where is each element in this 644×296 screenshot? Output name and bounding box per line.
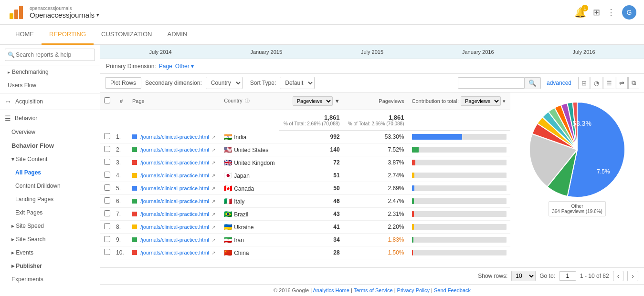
th-num: # — [114, 92, 128, 110]
primary-dim-label: Primary Dimension: — [106, 63, 156, 70]
view-icons: ⊞ ◔ ☰ ⇌ ⧉ — [578, 77, 639, 89]
sidebar-item-behavior[interactable]: ☰ Behavior — [0, 111, 100, 125]
page-link-6[interactable]: /journals/clinical-practice.html — [140, 211, 209, 217]
sort-type-select[interactable]: Default — [280, 77, 315, 89]
avatar[interactable]: G — [622, 5, 636, 20]
table-row: 9. /journals/clinical-practice.html ↗ 🇮🇷… — [100, 233, 510, 246]
sidebar-item-overview[interactable]: Overview — [0, 125, 100, 139]
row-checkbox-8[interactable] — [104, 236, 110, 242]
sidebar-item-behavior-flow[interactable]: Behavior Flow — [0, 139, 100, 153]
timeline-label-4: January 2016 — [462, 49, 494, 55]
pageviews-metric-select[interactable]: Pageviews — [293, 96, 333, 106]
main-layout: 🔍 ▸ Benchmarking Users Flow ↔ Acquisitio… — [0, 45, 644, 296]
compare-view-button[interactable]: ⇌ — [616, 77, 628, 89]
behavior-icon: ☰ — [5, 114, 11, 122]
ext-link-icon-3[interactable]: ↗ — [211, 173, 215, 178]
sidebar-item-acquisition[interactable]: ↔ Acquisition — [0, 94, 100, 109]
sidebar-item-experiments[interactable]: Experiments — [0, 273, 100, 286]
ext-link-icon-2[interactable]: ↗ — [211, 160, 215, 165]
sidebar-item-events[interactable]: ▸ Events — [0, 246, 100, 259]
footer-privacy[interactable]: Privacy Policy — [397, 287, 430, 293]
row-pct-6: 2.31% — [344, 207, 408, 220]
page-link-4[interactable]: /journals/clinical-practice.html — [140, 185, 209, 191]
table-search-button[interactable]: 🔍 — [525, 77, 541, 89]
ext-link-icon-4[interactable]: ↗ — [211, 186, 215, 191]
th-checkbox — [100, 92, 114, 110]
pagination-next-button[interactable]: › — [627, 271, 638, 281]
th-pageviews-sort[interactable]: Pageviews ▼ — [279, 92, 344, 110]
nav-item-reporting[interactable]: REPORTING — [42, 25, 94, 45]
sidebar-item-site-search[interactable]: ▸ Site Search — [0, 233, 100, 246]
app-name[interactable]: Openaccessjournals ▾ — [30, 11, 99, 19]
select-all-checkbox[interactable] — [104, 97, 110, 103]
table-row: 8. /journals/clinical-practice.html ↗ 🇺🇦… — [100, 220, 510, 233]
ext-link-icon-1[interactable]: ↗ — [211, 147, 215, 153]
page-link-5[interactable]: /journals/clinical-practice.html — [140, 198, 209, 204]
sidebar-item-all-pages[interactable]: All Pages — [0, 166, 100, 179]
row-pv-9: 28 — [279, 246, 344, 259]
data-view-button[interactable]: ⊞ — [578, 77, 590, 89]
primary-dim-page-link[interactable]: Page — [159, 63, 172, 70]
footer-feedback[interactable]: Send Feedback — [434, 287, 471, 293]
row-checkbox-0[interactable] — [104, 133, 110, 139]
pie-view-button[interactable]: ◔ — [591, 77, 602, 89]
footer-terms[interactable]: Terms of Service — [354, 287, 393, 293]
ext-link-icon-8[interactable]: ↗ — [211, 237, 215, 243]
row-pct-2: 3.87% — [344, 156, 408, 169]
go-to-input[interactable] — [559, 271, 576, 281]
row-pv-6: 43 — [279, 207, 344, 220]
page-link-2[interactable]: /journals/clinical-practice.html — [140, 160, 209, 165]
table-search-input[interactable] — [458, 77, 525, 89]
page-link-1[interactable]: /journals/clinical-practice.html — [140, 147, 209, 153]
pivot-view-button[interactable]: ⧉ — [628, 77, 639, 89]
row-checkbox-7[interactable] — [104, 223, 110, 229]
footer-analytics-home[interactable]: Analytics Home — [313, 287, 349, 293]
row-checkbox-1[interactable] — [104, 146, 110, 152]
more-icon[interactable]: ⋮ — [607, 7, 615, 18]
show-rows-select[interactable]: 10 25 50 100 500 — [511, 271, 536, 281]
page-link-0[interactable]: /journals/clinical-practice.html — [140, 134, 209, 140]
row-bar-3 — [408, 169, 510, 182]
nav-item-home[interactable]: HOME — [8, 25, 42, 45]
advanced-link[interactable]: advanced — [547, 80, 571, 86]
row-num-8: 9. — [114, 233, 128, 246]
page-link-3[interactable]: /journals/clinical-practice.html — [140, 173, 209, 178]
ext-link-icon-6[interactable]: ↗ — [211, 212, 215, 217]
list-view-button[interactable]: ☰ — [603, 77, 615, 89]
sidebar-item-exit-pages[interactable]: Exit Pages — [0, 206, 100, 219]
sidebar-item-publisher[interactable]: ▸ Publisher — [0, 259, 100, 273]
sidebar-item-landing-pages[interactable]: Landing Pages — [0, 193, 100, 206]
sidebar-item-site-content[interactable]: ▾ Site Content — [0, 153, 100, 166]
notification-button[interactable]: 🔔 1 — [574, 7, 586, 18]
search-input[interactable] — [5, 49, 95, 61]
sidebar-item-benchmarking[interactable]: ▸ Benchmarking — [0, 65, 100, 79]
contribution-metric-select[interactable]: Pageviews — [461, 96, 501, 106]
row-checkbox-9[interactable] — [104, 249, 110, 255]
page-link-8[interactable]: /journals/clinical-practice.html — [140, 237, 209, 243]
nav-item-customization[interactable]: CUSTOMIZATION — [94, 25, 159, 45]
primary-dim-other-link[interactable]: Other ▾ — [175, 63, 194, 70]
go-to-label: Go to: — [539, 273, 555, 279]
row-checkbox-3[interactable] — [104, 172, 110, 178]
grid-icon[interactable]: ⊞ — [593, 7, 600, 18]
sort-desc-arrow: ▼ — [335, 98, 340, 104]
secondary-dim-select[interactable]: Country — [206, 77, 243, 89]
sidebar-item-site-speed[interactable]: ▸ Site Speed — [0, 219, 100, 233]
row-checkbox-6[interactable] — [104, 210, 110, 216]
sidebar-item-users-flow[interactable]: Users Flow — [0, 79, 100, 92]
row-checkbox-5[interactable] — [104, 197, 110, 204]
pagination-prev-button[interactable]: ‹ — [613, 271, 624, 281]
ext-link-icon-7[interactable]: ↗ — [211, 225, 215, 230]
ext-link-icon-9[interactable]: ↗ — [211, 250, 215, 255]
row-checkbox-4[interactable] — [104, 184, 110, 191]
nav-item-admin[interactable]: ADMIN — [159, 25, 195, 45]
plot-rows-button[interactable]: Plot Rows — [105, 77, 141, 89]
sidebar-item-content-drilldown[interactable]: Content Drilldown — [0, 179, 100, 193]
page-link-7[interactable]: /journals/clinical-practice.html — [140, 224, 209, 230]
data-table: # Page Country ⓘ Pageviews — [100, 92, 510, 259]
sidebar-divider-1 — [0, 93, 100, 93]
row-checkbox-2[interactable] — [104, 159, 110, 165]
ext-link-icon-5[interactable]: ↗ — [211, 199, 215, 204]
page-link-9[interactable]: /journals/clinical-practice.html — [140, 250, 209, 255]
ext-link-icon-0[interactable]: ↗ — [211, 134, 215, 140]
